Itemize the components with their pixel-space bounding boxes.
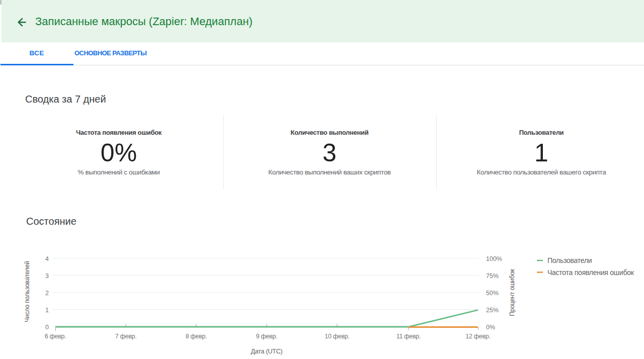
svg-text:2: 2: [45, 290, 49, 297]
svg-text:Процент ошибок: Процент ошибок: [509, 268, 516, 316]
svg-text:12 февр.: 12 февр.: [465, 333, 490, 340]
svg-text:Пользователи: Пользователи: [547, 256, 592, 264]
svg-text:4: 4: [45, 255, 49, 262]
svg-text:Частота появления ошибок: Частота появления ошибок: [547, 268, 634, 277]
svg-text:7 февр.: 7 февр.: [115, 333, 137, 340]
svg-text:6 февр.: 6 февр.: [45, 333, 66, 340]
svg-text:11 февр.: 11 февр.: [396, 333, 421, 340]
svg-text:75%: 75%: [486, 273, 499, 280]
svg-text:25%: 25%: [486, 307, 499, 314]
svg-text:Число пользователей: Число пользователей: [24, 261, 31, 322]
svg-text:1: 1: [45, 307, 49, 314]
svg-text:9 февр.: 9 февр.: [256, 333, 278, 340]
svg-text:50%: 50%: [486, 290, 499, 297]
svg-text:10 февр.: 10 февр.: [325, 333, 349, 340]
svg-text:8 февр.: 8 февр.: [186, 333, 207, 340]
svg-text:0%: 0%: [486, 324, 495, 331]
svg-text:100%: 100%: [486, 255, 502, 262]
svg-text:Дата (UTC): Дата (UTC): [251, 348, 282, 355]
svg-text:3: 3: [45, 273, 49, 280]
svg-text:0: 0: [45, 324, 49, 331]
